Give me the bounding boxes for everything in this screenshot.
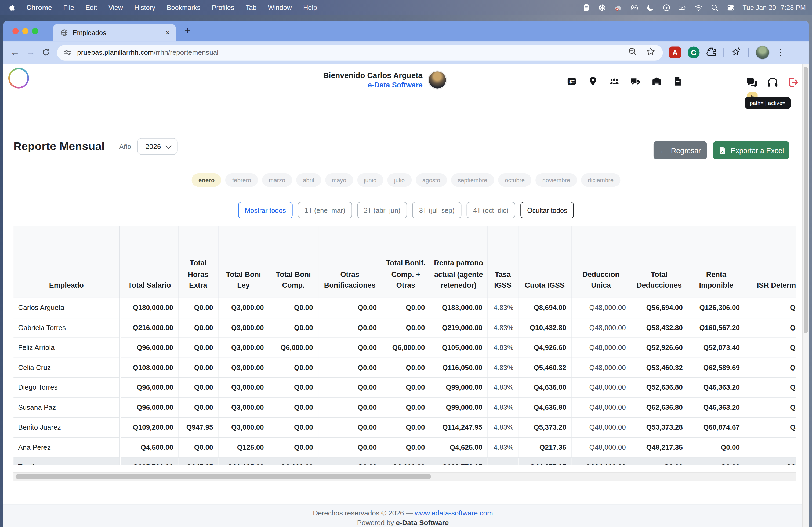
bookmark-star-icon[interactable] [646, 47, 656, 59]
menu-item-profiles[interactable]: Profiles [212, 3, 234, 11]
export-excel-button[interactable]: Exportar a Excel [713, 141, 789, 159]
month-pill-septiembre[interactable]: septiembre [451, 174, 494, 187]
back-button[interactable]: ← [7, 47, 23, 58]
menu-item-history[interactable]: History [134, 3, 155, 11]
table-cell: 4.83% [487, 318, 519, 337]
table-cell: Q3,000.00 [218, 298, 269, 318]
filter-button[interactable]: 2T (abr–jun) [357, 202, 407, 219]
minimize-window-button[interactable] [22, 28, 28, 34]
sign-out-icon[interactable] [786, 76, 799, 91]
menu-item-view[interactable]: View [108, 3, 123, 11]
people-icon[interactable] [609, 76, 620, 88]
table-cell: Q48,000.00 [571, 437, 631, 457]
browser-profile-avatar[interactable] [756, 46, 770, 60]
table-cell: Q384,000.00 [571, 457, 631, 465]
reload-button[interactable] [39, 47, 54, 58]
app-logo[interactable] [8, 68, 29, 89]
extensions-row: A G ⋮ [669, 46, 787, 60]
forward-button[interactable]: → [23, 47, 39, 58]
location-pin-icon[interactable] [588, 76, 598, 88]
horizontal-scrollbar[interactable] [13, 472, 796, 481]
zoom-icon[interactable] [627, 47, 637, 59]
menu-item-edit[interactable]: Edit [85, 3, 97, 11]
table-cell: Q3,000.00 [218, 337, 269, 358]
back-to-list-button[interactable]: ← Regresar [654, 141, 707, 159]
month-pill-octubre[interactable]: octubre [498, 174, 532, 187]
powered-by-brand: e-Data Software [396, 519, 449, 527]
acrobat-extension-icon[interactable]: A [669, 47, 681, 59]
company-name[interactable]: e-Data Software [210, 80, 423, 90]
support-headphones-icon[interactable] [766, 76, 779, 91]
report-table-wrap[interactable]: EmpleadoTotal SalarioTotal Horas ExtraTo… [13, 226, 796, 465]
payroll-card-icon[interactable] [567, 76, 577, 88]
close-window-button[interactable] [12, 28, 18, 34]
extensions-puzzle-icon[interactable] [707, 46, 717, 59]
table-cell: Q183,000.00 [430, 298, 487, 318]
search-icon[interactable] [710, 3, 719, 12]
cloud-x-icon[interactable] [614, 3, 622, 12]
page-footer: Derechos reservados © 2026 — www.edata-s… [3, 504, 803, 527]
battery-icon[interactable] [678, 3, 686, 12]
table-row: Carlos ArguetaQ180,000.00Q0.00Q3,000.00Q… [13, 298, 796, 318]
menu-item-window[interactable]: Window [268, 3, 292, 11]
month-pill-julio[interactable]: julio [388, 174, 412, 187]
browser-tab[interactable]: Empleados × [53, 24, 176, 42]
horizontal-scrollbar-thumb[interactable] [16, 474, 431, 479]
site-settings-icon[interactable] [63, 48, 72, 57]
moon-icon[interactable] [646, 3, 655, 12]
menu-bar-clock[interactable]: Tue Jan 20 7:28 PM [743, 3, 806, 11]
browser-menu-icon[interactable]: ⋮ [776, 47, 785, 57]
address-bar[interactable]: pruebas.planillarrhh.com/rrhh/reportemen… [57, 45, 663, 60]
filter-button[interactable]: 1T (ene–mar) [298, 202, 352, 219]
month-pill-noviembre[interactable]: noviembre [536, 174, 577, 187]
chat-icon[interactable]: 5 [746, 76, 758, 91]
toggles-icon[interactable] [727, 3, 735, 12]
url-path: /rrhh/reportemensual [154, 48, 219, 56]
year-select[interactable]: 2026 [137, 138, 178, 155]
filter-button[interactable]: Ocultar todos [520, 202, 574, 219]
mountain-icon[interactable] [630, 3, 639, 12]
table-cell: Q3,043.73 [744, 417, 796, 437]
table-cell: Q0.00 [318, 417, 381, 437]
menu-item-chrome[interactable]: Chrome [26, 3, 52, 11]
vertical-scrollbar-thumb[interactable] [804, 67, 808, 333]
menu-item-help[interactable]: Help [303, 3, 317, 11]
reading-list-star-icon[interactable] [731, 46, 742, 59]
month-pill-marzo[interactable]: marzo [262, 174, 292, 187]
apple-logo-icon[interactable] [8, 3, 16, 11]
new-tab-button[interactable]: + [185, 25, 191, 36]
month-pill-junio[interactable]: junio [357, 174, 383, 187]
filter-button[interactable]: 4T (oct–dic) [466, 202, 515, 219]
report-table: EmpleadoTotal SalarioTotal Horas ExtraTo… [13, 226, 796, 465]
footer-link[interactable]: www.edata-software.com [415, 509, 493, 517]
table-cell: Q0.00 [178, 358, 218, 378]
menu-item-file[interactable]: File [63, 3, 74, 11]
truck-icon[interactable] [630, 76, 641, 88]
warehouse-icon[interactable] [651, 76, 662, 88]
month-pill-agosto[interactable]: agosto [416, 174, 447, 187]
openai-icon[interactable] [598, 3, 607, 12]
tab-close-icon[interactable]: × [166, 29, 170, 36]
month-pill-mayo[interactable]: mayo [325, 174, 353, 187]
debug-tooltip: path= | active= [744, 97, 791, 109]
list-lines-icon[interactable] [582, 3, 591, 12]
month-pill-enero[interactable]: enero [192, 174, 221, 187]
grammarly-extension-icon[interactable]: G [688, 47, 699, 59]
menu-item-tab[interactable]: Tab [246, 3, 257, 11]
month-pill-abril[interactable]: abril [296, 174, 321, 187]
filter-button[interactable]: Mostrar todos [238, 202, 292, 219]
zoom-window-button[interactable] [32, 28, 39, 34]
filter-button[interactable]: 3T (jul–sep) [412, 202, 461, 219]
document-icon[interactable] [673, 76, 683, 88]
table-cell: Q2,603.67 [744, 337, 796, 358]
url-text[interactable]: pruebas.planillarrhh.com/rrhh/reportemen… [77, 48, 219, 56]
column-header: Tasa IGSS [487, 226, 519, 298]
vertical-scrollbar[interactable] [802, 64, 809, 527]
wifi-icon[interactable] [694, 3, 703, 12]
user-avatar[interactable] [429, 71, 446, 89]
table-cell: Q216,000.00 [120, 318, 178, 337]
play-circle-icon[interactable] [663, 3, 671, 12]
month-pill-diciembre[interactable]: diciembre [581, 174, 620, 187]
menu-item-bookmarks[interactable]: Bookmarks [167, 3, 200, 11]
month-pill-febrero[interactable]: febrero [226, 174, 258, 187]
